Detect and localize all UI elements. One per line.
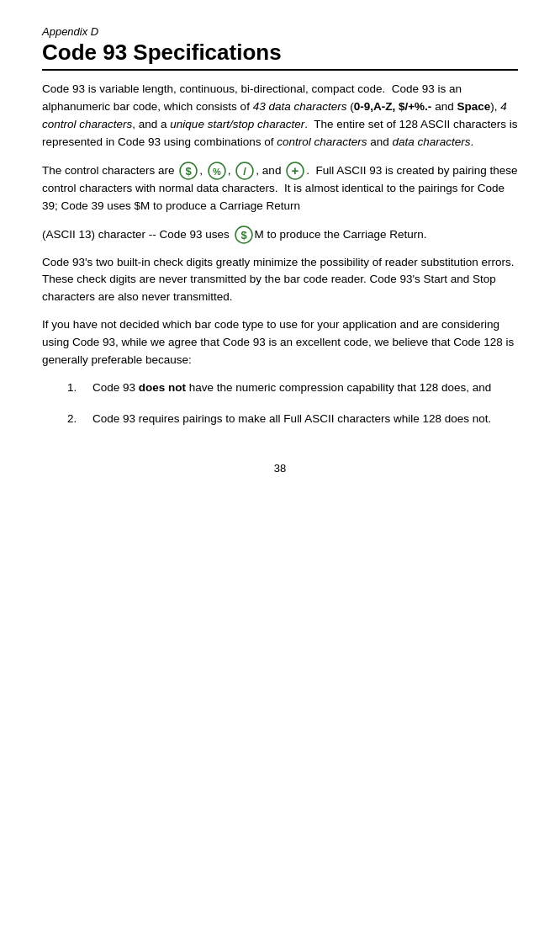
appendix-label: Appendix D [42,25,518,38]
slash-icon: / [235,162,254,180]
svg-text:$: $ [186,165,193,178]
svg-text:%: % [213,167,221,177]
paragraph-1: Code 93 is variable length, continuous, … [42,81,518,151]
numbered-list: 1. Code 93 does not have the numeric com… [67,379,518,428]
list-text-1: Code 93 does not have the numeric compre… [92,379,518,397]
dollar-circle-icon: $ [235,225,253,244]
svg-text:$: $ [240,229,247,241]
dollar-icon: $ [179,162,198,180]
paragraph-5: If you have not decided which bar code t… [42,316,518,369]
paragraph-3: (ASCII 13) character -- Code 93 uses $ M… [42,225,518,244]
svg-text:+: + [292,163,299,178]
list-number-2: 2. [67,411,92,428]
page-title: Code 93 Specifications [42,40,518,66]
list-item-1: 1. Code 93 does not have the numeric com… [67,379,518,397]
percent-icon: % [208,162,226,180]
svg-text:/: / [244,165,247,178]
list-text-2: Code 93 requires pairings to make all Fu… [92,411,518,428]
list-item-2: 2. Code 93 requires pairings to make all… [67,411,518,428]
page-number: 38 [42,462,518,475]
title-divider [42,69,518,71]
plus-icon: + [286,162,304,180]
paragraph-2: The control characters are $ , % , / , a… [42,162,518,215]
list-number-1: 1. [67,379,92,397]
paragraph-4: Code 93's two built-in check digits grea… [42,254,518,307]
